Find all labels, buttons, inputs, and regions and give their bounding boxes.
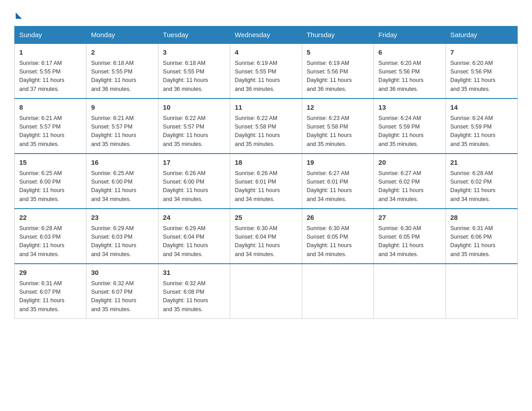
calendar-day-cell: 19 Sunrise: 6:27 AM Sunset: 6:01 PM Dayl… bbox=[302, 154, 373, 209]
day-number: 8 bbox=[19, 103, 82, 113]
day-info: Sunrise: 6:30 AM Sunset: 6:04 PM Dayligh… bbox=[235, 224, 297, 259]
calendar-day-cell: 13 Sunrise: 6:24 AM Sunset: 5:59 PM Dayl… bbox=[374, 98, 446, 154]
day-number: 2 bbox=[91, 47, 153, 58]
calendar-day-cell: 17 Sunrise: 6:26 AM Sunset: 6:00 PM Dayl… bbox=[158, 154, 230, 209]
day-info: Sunrise: 6:21 AM Sunset: 5:57 PM Dayligh… bbox=[19, 114, 82, 149]
day-info: Sunrise: 6:20 AM Sunset: 5:56 PM Dayligh… bbox=[378, 59, 441, 94]
day-info: Sunrise: 6:25 AM Sunset: 6:00 PM Dayligh… bbox=[19, 169, 82, 204]
page-header bbox=[14, 11, 518, 19]
day-info: Sunrise: 6:31 AM Sunset: 6:06 PM Dayligh… bbox=[450, 224, 513, 259]
calendar-day-cell: 30 Sunrise: 6:32 AM Sunset: 6:07 PM Dayl… bbox=[86, 264, 158, 319]
day-number: 24 bbox=[163, 213, 225, 223]
calendar-day-cell: 24 Sunrise: 6:29 AM Sunset: 6:04 PM Dayl… bbox=[158, 209, 230, 264]
calendar-day-cell: 22 Sunrise: 6:28 AM Sunset: 6:03 PM Dayl… bbox=[15, 209, 86, 264]
calendar-day-cell: 16 Sunrise: 6:25 AM Sunset: 6:00 PM Dayl… bbox=[86, 154, 158, 209]
day-number: 15 bbox=[19, 158, 82, 168]
day-number: 31 bbox=[163, 268, 225, 278]
day-info: Sunrise: 6:23 AM Sunset: 5:58 PM Dayligh… bbox=[307, 114, 369, 149]
day-number: 30 bbox=[91, 268, 153, 278]
calendar-day-cell: 28 Sunrise: 6:31 AM Sunset: 6:06 PM Dayl… bbox=[446, 209, 517, 264]
calendar-day-cell bbox=[230, 264, 302, 319]
calendar-day-cell: 10 Sunrise: 6:22 AM Sunset: 5:57 PM Dayl… bbox=[158, 98, 230, 154]
day-info: Sunrise: 6:18 AM Sunset: 5:55 PM Dayligh… bbox=[163, 59, 225, 94]
day-number: 23 bbox=[91, 213, 153, 223]
day-info: Sunrise: 6:19 AM Sunset: 5:56 PM Dayligh… bbox=[307, 59, 369, 94]
day-number: 7 bbox=[450, 47, 513, 58]
day-number: 16 bbox=[91, 158, 153, 168]
calendar-day-cell bbox=[446, 264, 517, 319]
calendar-header-row: SundayMondayTuesdayWednesdayThursdayFrid… bbox=[15, 26, 518, 44]
day-number: 6 bbox=[378, 47, 441, 58]
day-of-week-header: Thursday bbox=[302, 26, 373, 44]
calendar-day-cell: 12 Sunrise: 6:23 AM Sunset: 5:58 PM Dayl… bbox=[302, 98, 373, 154]
day-info: Sunrise: 6:27 AM Sunset: 6:01 PM Dayligh… bbox=[307, 169, 369, 204]
day-info: Sunrise: 6:29 AM Sunset: 6:03 PM Dayligh… bbox=[91, 224, 153, 259]
day-of-week-header: Tuesday bbox=[158, 26, 230, 44]
day-info: Sunrise: 6:21 AM Sunset: 5:57 PM Dayligh… bbox=[91, 114, 153, 149]
calendar-day-cell: 27 Sunrise: 6:30 AM Sunset: 6:05 PM Dayl… bbox=[374, 209, 446, 264]
calendar-day-cell bbox=[374, 264, 446, 319]
day-number: 3 bbox=[163, 47, 225, 58]
day-info: Sunrise: 6:22 AM Sunset: 5:57 PM Dayligh… bbox=[163, 114, 225, 149]
calendar-day-cell bbox=[302, 264, 373, 319]
calendar-day-cell: 23 Sunrise: 6:29 AM Sunset: 6:03 PM Dayl… bbox=[86, 209, 158, 264]
calendar-day-cell: 1 Sunrise: 6:17 AM Sunset: 5:55 PM Dayli… bbox=[15, 43, 86, 98]
calendar-day-cell: 31 Sunrise: 6:32 AM Sunset: 6:08 PM Dayl… bbox=[158, 264, 230, 319]
day-info: Sunrise: 6:28 AM Sunset: 6:02 PM Dayligh… bbox=[450, 169, 513, 204]
day-number: 1 bbox=[19, 47, 82, 58]
day-info: Sunrise: 6:30 AM Sunset: 6:05 PM Dayligh… bbox=[378, 224, 441, 259]
calendar-day-cell: 4 Sunrise: 6:19 AM Sunset: 5:55 PM Dayli… bbox=[230, 43, 302, 98]
calendar-week-row: 22 Sunrise: 6:28 AM Sunset: 6:03 PM Dayl… bbox=[15, 209, 518, 264]
day-info: Sunrise: 6:31 AM Sunset: 6:07 PM Dayligh… bbox=[19, 279, 82, 314]
calendar-day-cell: 9 Sunrise: 6:21 AM Sunset: 5:57 PM Dayli… bbox=[86, 98, 158, 154]
logo-arrow-icon bbox=[16, 13, 22, 19]
calendar-day-cell: 29 Sunrise: 6:31 AM Sunset: 6:07 PM Dayl… bbox=[15, 264, 86, 319]
day-info: Sunrise: 6:28 AM Sunset: 6:03 PM Dayligh… bbox=[19, 224, 82, 259]
day-of-week-header: Friday bbox=[374, 26, 446, 44]
day-number: 26 bbox=[307, 213, 369, 223]
day-number: 29 bbox=[19, 268, 82, 278]
calendar-week-row: 1 Sunrise: 6:17 AM Sunset: 5:55 PM Dayli… bbox=[15, 43, 518, 98]
calendar-day-cell: 18 Sunrise: 6:26 AM Sunset: 6:01 PM Dayl… bbox=[230, 154, 302, 209]
day-number: 27 bbox=[378, 213, 441, 223]
day-info: Sunrise: 6:26 AM Sunset: 6:01 PM Dayligh… bbox=[235, 169, 297, 204]
calendar-week-row: 29 Sunrise: 6:31 AM Sunset: 6:07 PM Dayl… bbox=[15, 264, 518, 319]
calendar-day-cell: 11 Sunrise: 6:22 AM Sunset: 5:58 PM Dayl… bbox=[230, 98, 302, 154]
day-number: 28 bbox=[450, 213, 513, 223]
day-info: Sunrise: 6:19 AM Sunset: 5:55 PM Dayligh… bbox=[235, 59, 297, 94]
day-number: 22 bbox=[19, 213, 82, 223]
calendar-day-cell: 8 Sunrise: 6:21 AM Sunset: 5:57 PM Dayli… bbox=[15, 98, 86, 154]
day-info: Sunrise: 6:17 AM Sunset: 5:55 PM Dayligh… bbox=[19, 59, 82, 94]
day-info: Sunrise: 6:24 AM Sunset: 5:59 PM Dayligh… bbox=[378, 114, 441, 149]
day-info: Sunrise: 6:20 AM Sunset: 5:56 PM Dayligh… bbox=[450, 59, 513, 94]
calendar-week-row: 15 Sunrise: 6:25 AM Sunset: 6:00 PM Dayl… bbox=[15, 154, 518, 209]
day-of-week-header: Monday bbox=[86, 26, 158, 44]
day-of-week-header: Wednesday bbox=[230, 26, 302, 44]
day-of-week-header: Saturday bbox=[446, 26, 517, 44]
day-number: 5 bbox=[307, 47, 369, 58]
day-number: 20 bbox=[378, 158, 441, 168]
day-info: Sunrise: 6:29 AM Sunset: 6:04 PM Dayligh… bbox=[163, 224, 225, 259]
calendar-week-row: 8 Sunrise: 6:21 AM Sunset: 5:57 PM Dayli… bbox=[15, 98, 518, 154]
logo bbox=[14, 11, 22, 19]
day-number: 10 bbox=[163, 103, 225, 113]
calendar-day-cell: 25 Sunrise: 6:30 AM Sunset: 6:04 PM Dayl… bbox=[230, 209, 302, 264]
day-number: 18 bbox=[235, 158, 297, 168]
calendar-day-cell: 5 Sunrise: 6:19 AM Sunset: 5:56 PM Dayli… bbox=[302, 43, 373, 98]
calendar-day-cell: 14 Sunrise: 6:24 AM Sunset: 5:59 PM Dayl… bbox=[446, 98, 517, 154]
calendar-table: SundayMondayTuesdayWednesdayThursdayFrid… bbox=[14, 26, 518, 319]
day-info: Sunrise: 6:32 AM Sunset: 6:08 PM Dayligh… bbox=[163, 279, 225, 314]
day-info: Sunrise: 6:18 AM Sunset: 5:55 PM Dayligh… bbox=[91, 59, 153, 94]
day-number: 11 bbox=[235, 103, 297, 113]
day-number: 12 bbox=[307, 103, 369, 113]
day-info: Sunrise: 6:26 AM Sunset: 6:00 PM Dayligh… bbox=[163, 169, 225, 204]
calendar-day-cell: 26 Sunrise: 6:30 AM Sunset: 6:05 PM Dayl… bbox=[302, 209, 373, 264]
day-number: 17 bbox=[163, 158, 225, 168]
day-info: Sunrise: 6:32 AM Sunset: 6:07 PM Dayligh… bbox=[91, 279, 153, 314]
day-number: 21 bbox=[450, 158, 513, 168]
day-number: 4 bbox=[235, 47, 297, 58]
day-info: Sunrise: 6:30 AM Sunset: 6:05 PM Dayligh… bbox=[307, 224, 369, 259]
day-number: 14 bbox=[450, 103, 513, 113]
day-number: 9 bbox=[91, 103, 153, 113]
calendar-day-cell: 3 Sunrise: 6:18 AM Sunset: 5:55 PM Dayli… bbox=[158, 43, 230, 98]
